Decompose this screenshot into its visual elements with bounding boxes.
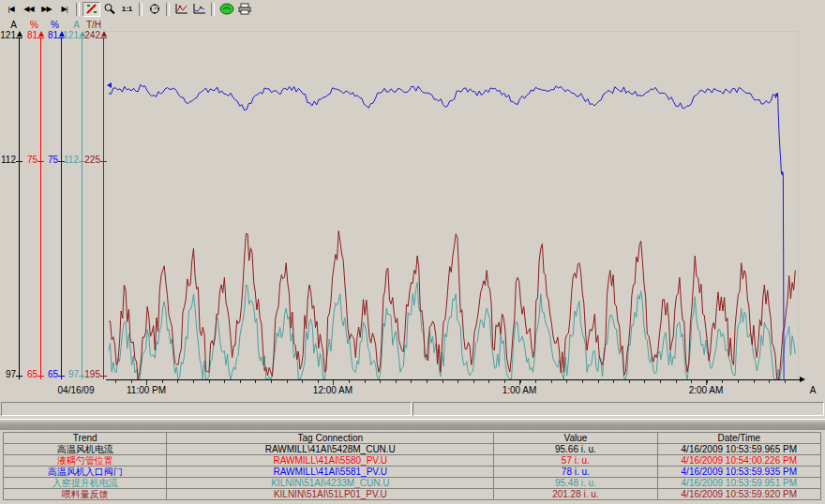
time-axis-label-2: 1:00 AM <box>482 386 557 395</box>
toolbar-separator <box>76 3 80 16</box>
time-axis-minor-tick <box>535 380 536 383</box>
time-axis-minor-tick <box>473 380 474 383</box>
time-axis-minor-tick <box>302 380 303 383</box>
time-axis-minor-tick <box>613 380 614 383</box>
y-axis-4-bottom-tick-label: 195 <box>63 370 100 379</box>
time-axis-label-0: 11:00 PM <box>109 386 184 395</box>
toolbar-separator <box>211 3 215 16</box>
trend-name-cell: 液耦勺管位置 <box>4 455 167 467</box>
value-cell: 78 i. u. <box>494 467 657 478</box>
first-record-button[interactable]: |◀ <box>2 2 20 17</box>
blue-trend-start-marker <box>107 82 112 88</box>
time-axis-minor-tick <box>785 380 786 383</box>
status-text: Trend in the foreground 41AI/5428M_CUN.U <box>16 414 223 416</box>
print-button[interactable] <box>235 2 253 17</box>
clock-compass-icon <box>148 3 161 15</box>
select-trends-button[interactable] <box>172 2 190 17</box>
select-time-range-button[interactable] <box>145 2 163 17</box>
time-axis-minor-tick <box>193 380 194 383</box>
value-cell: 95.48 i. u. <box>494 478 657 489</box>
time-axis-right-label: A <box>775 386 825 395</box>
time-axis-minor-tick <box>551 380 552 383</box>
time-axis-label-1: 12:00 AM <box>295 386 370 395</box>
table-row[interactable]: 入窑提升机电流KILNIN\51AI\4233M_CUN.U95.48 i. u… <box>4 478 821 489</box>
time-axis-minor-tick <box>131 380 132 383</box>
table-row[interactable]: 液耦勺管位置RAWMILL\41AI\5580_PV.U57 i. u.4/16… <box>4 455 821 467</box>
time-axis-minor-tick <box>442 380 443 383</box>
time-axis-minor-tick <box>177 380 178 383</box>
y-axis-4-unit: T/H <box>64 21 101 30</box>
header-value: Value <box>494 433 657 444</box>
y-axis-3-line <box>82 37 82 379</box>
table-header-row: Trend Tag Connection Value Date/Time <box>4 433 821 444</box>
header-datetime: Date/Time <box>657 433 820 444</box>
time-axis-minor-tick <box>660 380 661 383</box>
trend-name-cell: 入窑提升机电流 <box>4 478 167 489</box>
trend-table: Trend Tag Connection Value Date/Time 高温风… <box>3 432 821 500</box>
header-trend: Trend <box>4 433 167 444</box>
time-axis-minor-tick <box>676 380 677 383</box>
time-axis-minor-tick <box>488 380 489 383</box>
time-axis-minor-tick <box>582 380 583 383</box>
time-axis-minor-tick <box>754 380 755 383</box>
toolbar-separator <box>166 3 170 16</box>
time-axis-minor-tick <box>738 380 739 383</box>
time-axis-minor-tick <box>427 380 428 383</box>
tag-connection-cell: RAWMILL\41AI\5428M_CUN.U <box>167 444 494 455</box>
time-axis-minor-tick <box>349 380 350 383</box>
trend-name-cell: 喂料量反馈 <box>4 489 167 500</box>
next-record-button[interactable]: ▶▶ <box>38 2 55 17</box>
time-axis-minor-tick <box>722 380 723 383</box>
table-row[interactable]: 高温风机入口阀门RAWMILL\41AI\5581_PV.U78 i. u.4/… <box>4 467 821 478</box>
printer-icon <box>237 3 252 15</box>
zoom-area-icon <box>85 3 98 15</box>
time-axis-minor-tick <box>380 380 381 383</box>
datetime-cell: 4/16/2009 10:53:59.951 PM <box>657 478 820 489</box>
toolbar-separator <box>139 3 142 16</box>
table-row[interactable]: 喂料量反馈KILNIN\51AI\51LP01_PV.U201.28 i. u.… <box>4 489 821 500</box>
tag-connection-cell: KILNIN\51AI\51LP01_PV.U <box>167 489 494 500</box>
plot-canvas[interactable] <box>106 31 799 379</box>
time-axis-minor-tick <box>629 380 630 383</box>
table-splitter[interactable] <box>0 419 825 430</box>
header-tag-connection: Tag Connection <box>167 433 494 444</box>
start-stop-update-button[interactable] <box>218 2 235 17</box>
time-axis-minor-tick <box>458 380 458 383</box>
original-view-button[interactable]: 1:1 <box>118 2 136 17</box>
magnifier-icon <box>103 3 116 15</box>
time-axis-minor-tick <box>566 380 567 383</box>
activate-zoom-button[interactable] <box>100 2 118 17</box>
time-axis-minor-tick <box>255 380 256 383</box>
y-axis-4-line <box>103 37 104 379</box>
time-axis-minor-tick <box>598 380 599 383</box>
time-axis-minor-tick <box>691 380 692 383</box>
last-record-button[interactable]: ▶| <box>55 2 73 17</box>
time-axis-minor-tick <box>504 380 505 383</box>
previous-record-button[interactable]: ◀◀ <box>20 2 38 17</box>
time-axis-minor-tick <box>769 380 770 383</box>
time-axis-line <box>106 379 801 380</box>
time-axis-minor-tick <box>224 380 225 383</box>
value-cell: 95.66 i. u. <box>494 444 657 455</box>
y-axis-4-mid-tick-label: 225 <box>63 156 100 165</box>
zoom-area-button[interactable] <box>82 2 100 17</box>
table-row[interactable]: 高温风机电流RAWMILL\41AI\5428M_CUN.U95.66 i. u… <box>4 444 821 455</box>
tag-connection-cell: RAWMILL\41AI\5581_PV.U <box>167 467 494 478</box>
y-axis-0-line <box>19 37 20 379</box>
trend-chart-icon <box>174 3 188 15</box>
tag-connection-cell: RAWMILL\41AI\5580_PV.U <box>167 455 494 467</box>
y-axis-1-line <box>40 37 41 379</box>
status-bar-foreground-pane: Trend in the foreground 41AI/5428M_CUN.U <box>1 402 412 416</box>
toolbar: |◀ ◀◀ ▶▶ ▶| 1:1 <box>2 1 253 17</box>
tag-connection-cell: KILNIN\51AI\4233M_CUN.U <box>167 478 494 489</box>
select-archives-button[interactable] <box>190 2 208 17</box>
time-axis-minor-tick <box>162 380 163 383</box>
time-axis-arrow <box>800 377 805 382</box>
time-axis-minor-tick <box>271 380 272 383</box>
datetime-cell: 4/16/2009 10:53:59.920 PM <box>657 489 820 500</box>
status-bar-secondary-pane <box>412 402 824 416</box>
trend-name-cell: 高温风机入口阀门 <box>4 467 167 478</box>
value-cell: 201.28 i. u. <box>494 489 657 500</box>
y-axis-2-line <box>61 37 62 379</box>
datetime-cell: 4/16/2009 10:53:59.965 PM <box>657 444 820 455</box>
